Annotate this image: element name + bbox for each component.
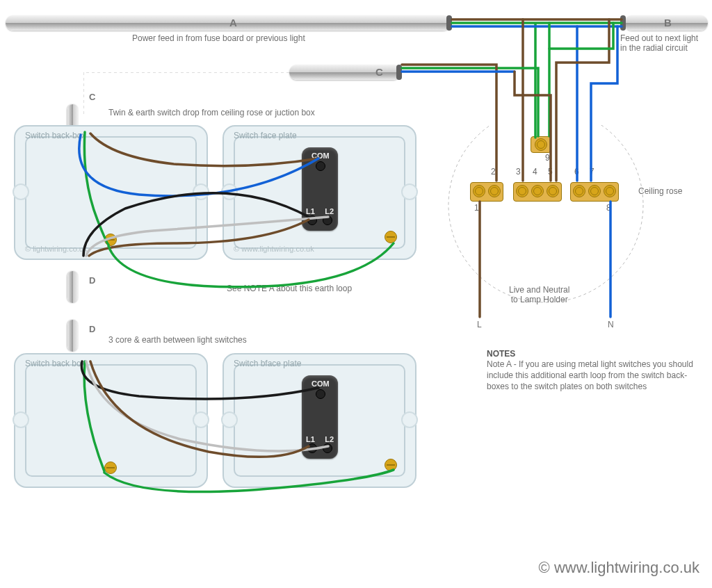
notes: NOTES Note A - If you are using metal li… — [487, 349, 695, 393]
rose-n5: 5 — [548, 167, 553, 177]
back-box-1-label: Switch back-box — [25, 131, 86, 140]
cable-A-letter: A — [229, 17, 237, 28]
switch2-l1: L1 — [306, 435, 315, 443]
cable-D-letter-2: D — [89, 324, 95, 334]
L-label: L — [477, 320, 482, 329]
switch-module-2: COM L1 L2 — [302, 375, 338, 459]
switch-back-box-2: Switch back box — [14, 353, 208, 488]
switch1-l1: L1 — [306, 207, 315, 215]
cable-D-desc: 3 core & earth between light switches — [108, 335, 247, 345]
face-plate-1-label: Switch face plate — [234, 131, 297, 140]
rose-n2: 2 — [491, 167, 496, 177]
N-label: N — [608, 320, 614, 329]
ceiling-rose-area: 9 1 2 3 4 5 6 7 8 Ceiling rose Live and … — [431, 125, 695, 334]
cable-B-letter: B — [664, 17, 672, 28]
notes-body: Note A - If you are using metal light sw… — [487, 359, 695, 393]
switch-face-plate-1: Switch face plate © www.lightwiring.co.u… — [222, 125, 416, 260]
cable-C-top — [289, 65, 400, 80]
switch2-l2: L2 — [325, 435, 334, 443]
cable-C-top-end — [396, 65, 402, 80]
switch1-com: COM — [312, 152, 330, 160]
earth-terminal-1 — [104, 234, 117, 246]
cable-D-letter: D — [89, 275, 95, 286]
earth-terminal-2 — [104, 462, 117, 474]
switch-module-1: COM L1 L2 — [302, 147, 338, 231]
switch2-com: COM — [312, 379, 330, 388]
rose-n7: 7 — [590, 167, 594, 177]
footer-copyright: © www.lightwiring.co.uk — [539, 559, 699, 577]
cable-C-letter: C — [375, 66, 383, 78]
rose-n8: 8 — [606, 203, 611, 213]
face-plate-1-copy: © www.lightwiring.co.uk — [234, 245, 314, 253]
cable-D-bot — [67, 320, 79, 352]
rose-n4: 4 — [533, 167, 537, 177]
earth-terminal-face2 — [385, 459, 397, 471]
notes-heading: NOTES — [487, 349, 695, 359]
rose-n6: 6 — [574, 167, 579, 177]
switch1-l2: L2 — [325, 207, 334, 215]
rose-n1: 1 — [474, 203, 479, 213]
lamp-holder-label: Live and Neutral to Lamp Holder — [509, 285, 569, 304]
back-box-2-label: Switch back box — [25, 359, 86, 368]
switch-face-plate-2: Switch bface plate COM L1 L2 — [222, 353, 416, 488]
back-box-1-copy: © lightwiring.co.uk — [25, 245, 87, 253]
drop-dashed — [83, 72, 292, 128]
cable-A — [6, 15, 451, 31]
cable-A-desc: Power feed in from fuse board or previou… — [132, 33, 305, 43]
rose-n3: 3 — [516, 167, 521, 177]
switch-back-box-1: Switch back-box © lightwiring.co.uk — [14, 125, 208, 260]
cable-D-top — [67, 271, 79, 303]
face-plate-2-label: Switch bface plate — [234, 359, 301, 368]
cable-B-end — [620, 15, 626, 31]
cable-C-desc: Twin & earth switch drop from ceiling ro… — [108, 108, 315, 117]
cable-B-desc: Feed out to next light in the radial cir… — [620, 33, 698, 53]
cable-A-end — [446, 15, 452, 31]
earth-terminal-face1 — [385, 231, 397, 243]
rose-n9: 9 — [545, 153, 550, 163]
note-a-inline: See NOTE A about this earth loop — [227, 284, 352, 293]
ceiling-rose-label: Ceiling rose — [638, 186, 682, 196]
cable-C-vert-letter: C — [89, 92, 95, 102]
